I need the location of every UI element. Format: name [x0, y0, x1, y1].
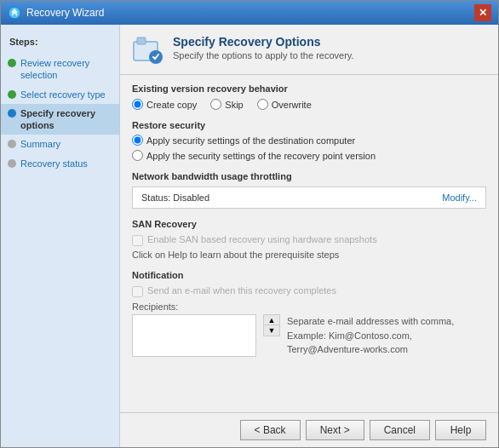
- dot-specify: [8, 109, 16, 118]
- sidebar-item-status[interactable]: Recovery status: [1, 154, 119, 173]
- notification-section: Notification Send an e-mail when this re…: [132, 270, 486, 357]
- help-button[interactable]: Help: [435, 420, 486, 440]
- radio-overwrite[interactable]: Overwrite: [257, 99, 312, 110]
- restore-security-radio-group: Apply security settings of the destinati…: [132, 135, 486, 161]
- sidebar: Steps: Review recovery selection Select …: [1, 25, 120, 447]
- window-title: Recovery Wizard: [26, 7, 104, 19]
- svg-rect-2: [137, 37, 146, 44]
- recipients-hint: Separate e-mail addresses with comma, Ex…: [287, 314, 486, 357]
- sidebar-item-select[interactable]: Select recovery type: [1, 85, 119, 104]
- modify-link[interactable]: Modify...: [442, 192, 477, 203]
- san-section: SAN Recovery Enable SAN based recovery u…: [132, 219, 486, 260]
- skip-label: Skip: [225, 100, 243, 110]
- existing-version-title: Existing version recovery behavior: [132, 83, 486, 94]
- page-subtitle: Specify the options to apply to the reco…: [173, 50, 354, 60]
- content-area: Steps: Review recovery selection Select …: [1, 25, 498, 447]
- main-panel: Specify Recovery Options Specify the opt…: [120, 25, 498, 447]
- recipients-label: Recipients:: [132, 302, 486, 312]
- restore-security-title: Restore security: [132, 120, 486, 130]
- bandwidth-section: Network bandwidth usage throttling Statu…: [132, 171, 486, 209]
- notification-title: Notification: [132, 270, 486, 280]
- notification-send-label: Send an e-mail when this recovery comple…: [147, 285, 336, 296]
- dot-review: [8, 59, 16, 67]
- dot-status: [8, 159, 16, 168]
- recipients-input[interactable]: [132, 314, 256, 357]
- arrow-up-button[interactable]: ▲: [264, 315, 279, 325]
- sidebar-label-specify: Specify recovery options: [20, 107, 112, 132]
- bandwidth-status: Status: Disabled: [141, 192, 209, 203]
- bandwidth-row: Status: Disabled Modify...: [141, 192, 477, 203]
- arrow-down-button[interactable]: ▼: [264, 325, 279, 336]
- sidebar-label-select: Select recovery type: [20, 89, 106, 101]
- titlebar: Recovery Wizard ✕: [1, 1, 498, 25]
- window-icon: [8, 6, 21, 20]
- sidebar-item-summary[interactable]: Summary: [1, 135, 119, 153]
- cancel-button[interactable]: Cancel: [370, 420, 430, 440]
- notification-checkbox[interactable]: Send an e-mail when this recovery comple…: [132, 285, 486, 297]
- radio-apply-recovery[interactable]: Apply the security settings of the recov…: [132, 150, 486, 161]
- main-body: Existing version recovery behavior Creat…: [120, 75, 498, 412]
- existing-version-section: Existing version recovery behavior Creat…: [132, 83, 486, 110]
- dot-select: [8, 90, 16, 99]
- radio-apply-dest[interactable]: Apply security settings of the destinati…: [132, 135, 486, 146]
- apply-dest-label: Apply security settings of the destinati…: [146, 135, 355, 146]
- sidebar-item-specify[interactable]: Specify recovery options: [1, 104, 119, 135]
- titlebar-left: Recovery Wizard: [8, 6, 104, 20]
- header-text: Specify Recovery Options Specify the opt…: [173, 35, 354, 60]
- header-icon: [132, 35, 163, 66]
- hint-line1: Separate e-mail addresses with comma,: [287, 316, 454, 326]
- sidebar-item-review[interactable]: Review recovery selection: [1, 54, 119, 85]
- recipients-row: ▲ ▼ Separate e-mail addresses with comma…: [132, 314, 486, 357]
- recovery-wizard-window: Recovery Wizard ✕ Steps: Review recovery…: [0, 0, 499, 448]
- recipients-arrows: ▲ ▼: [263, 314, 280, 336]
- sidebar-label-review: Review recovery selection: [20, 57, 112, 82]
- page-title: Specify Recovery Options: [173, 35, 354, 49]
- hint-line2: Example: Kim@Contoso.com, Terry@Adventur…: [287, 330, 412, 355]
- radio-create-copy[interactable]: Create copy: [132, 99, 197, 110]
- footer: < Back Next > Cancel Help: [120, 412, 498, 447]
- san-enable-label: Enable SAN based recovery using hardware…: [147, 234, 377, 244]
- sidebar-steps-label: Steps:: [1, 33, 119, 54]
- overwrite-label: Overwrite: [272, 100, 312, 110]
- san-enable-checkbox[interactable]: Enable SAN based recovery using hardware…: [132, 234, 486, 246]
- radio-skip[interactable]: Skip: [210, 99, 243, 110]
- next-button[interactable]: Next >: [306, 420, 364, 440]
- bandwidth-box: Status: Disabled Modify...: [132, 187, 486, 209]
- apply-recovery-label: Apply the security settings of the recov…: [146, 151, 376, 161]
- existing-version-radio-group: Create copy Skip Overwrite: [132, 99, 486, 110]
- create-copy-label: Create copy: [146, 100, 197, 110]
- restore-security-section: Restore security Apply security settings…: [132, 120, 486, 161]
- sidebar-label-summary: Summary: [20, 138, 60, 150]
- san-title: SAN Recovery: [132, 219, 486, 229]
- back-button[interactable]: < Back: [240, 420, 301, 440]
- dot-summary: [8, 140, 16, 148]
- main-header: Specify Recovery Options Specify the opt…: [120, 25, 498, 75]
- close-button[interactable]: ✕: [474, 4, 491, 21]
- san-help-text: Click on Help to learn about the prerequ…: [132, 250, 486, 260]
- bandwidth-title: Network bandwidth usage throttling: [132, 171, 486, 181]
- sidebar-label-status: Recovery status: [20, 158, 88, 169]
